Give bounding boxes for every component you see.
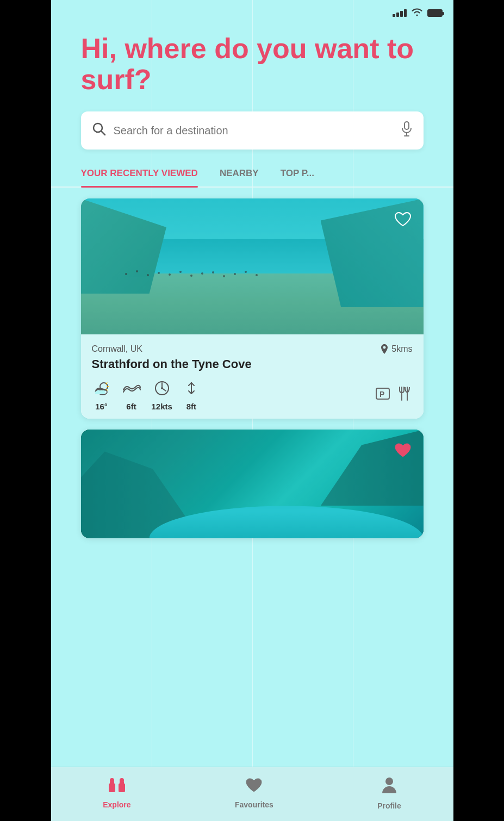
- card-location-1: Cornwall, UK 5kms: [92, 344, 413, 354]
- svg-point-6: [136, 270, 138, 272]
- svg-point-37: [385, 778, 393, 785]
- swell-icon: [183, 380, 200, 400]
- svg-line-1: [101, 132, 105, 135]
- svg-point-36: [120, 778, 124, 782]
- wave-icon: [122, 380, 141, 400]
- tab-top-picks[interactable]: TOP P...: [281, 160, 314, 186]
- stat-wave-height: 6ft: [122, 380, 141, 411]
- profile-label: Profile: [377, 801, 401, 810]
- svg-point-33: [110, 778, 114, 782]
- svg-point-10: [179, 271, 182, 273]
- search-input[interactable]: [114, 125, 393, 137]
- svg-point-8: [158, 272, 160, 274]
- mic-icon[interactable]: [401, 121, 413, 140]
- svg-rect-2: [405, 122, 409, 129]
- svg-point-12: [201, 272, 203, 275]
- svg-point-0: [94, 123, 102, 132]
- card-image-2: [81, 430, 424, 538]
- amenities: P: [375, 385, 413, 406]
- temp-value: 16°: [95, 402, 108, 411]
- favourites-label: Favourites: [235, 800, 273, 809]
- svg-point-7: [147, 274, 149, 276]
- wave-height-value: 6ft: [126, 402, 136, 411]
- nav-item-explore[interactable]: Explore: [103, 777, 130, 809]
- tab-recently-viewed[interactable]: YOUR RECENTLY VIEWED: [81, 160, 198, 186]
- favourites-icon: [245, 777, 263, 797]
- search-icon: [92, 122, 106, 139]
- card-image-1: [81, 198, 424, 334]
- card-info-1: Cornwall, UK 5kms Strathford on the Tyne…: [81, 334, 424, 419]
- svg-point-5: [125, 273, 127, 275]
- header-section: Hi, where do you want to surf?: [51, 22, 453, 106]
- search-bar[interactable]: [81, 111, 424, 150]
- favourite-button-2[interactable]: [391, 438, 415, 462]
- battery-icon: [427, 9, 443, 17]
- stat-temperature: 16°: [92, 380, 111, 411]
- swell-value: 8ft: [186, 402, 196, 411]
- svg-point-16: [245, 271, 247, 273]
- svg-text:P: P: [379, 390, 384, 399]
- svg-point-15: [234, 273, 236, 275]
- wind-speed-value: 12kts: [152, 402, 172, 411]
- card-distance-1: 5kms: [381, 344, 412, 354]
- nav-item-profile[interactable]: Profile: [377, 776, 401, 810]
- page-title: Hi, where do you want to surf?: [81, 33, 424, 95]
- svg-point-9: [169, 273, 171, 276]
- svg-rect-34: [119, 783, 125, 792]
- svg-point-14: [223, 275, 225, 277]
- svg-rect-31: [109, 783, 115, 792]
- card-region-1: Cornwall, UK: [92, 344, 142, 354]
- svg-point-13: [212, 271, 214, 273]
- weather-icon: [92, 380, 111, 400]
- explore-label: Explore: [103, 800, 130, 809]
- tab-nearby[interactable]: NEARBY: [220, 160, 259, 186]
- destination-card-2[interactable]: [81, 430, 424, 538]
- svg-point-24: [161, 387, 163, 389]
- svg-point-17: [256, 274, 258, 276]
- svg-rect-21: [95, 390, 105, 394]
- stat-wind-speed: 12kts: [152, 380, 172, 411]
- card-name-1: Strathford on the Tyne Cove: [92, 357, 413, 371]
- destination-card-1[interactable]: Cornwall, UK 5kms Strathford on the Tyne…: [81, 198, 424, 419]
- card-stats-1: 16° 6ft: [92, 380, 413, 411]
- signal-icon: [393, 9, 407, 17]
- wind-icon: [153, 380, 171, 400]
- restaurant-icon: [396, 385, 413, 406]
- explore-icon: [108, 777, 126, 797]
- status-bar: [51, 0, 453, 22]
- parking-icon: P: [375, 385, 391, 406]
- favourite-button-1[interactable]: [391, 207, 415, 231]
- svg-point-11: [190, 275, 192, 277]
- tabs-container: YOUR RECENTLY VIEWED NEARBY TOP P...: [51, 160, 453, 188]
- nav-item-favourites[interactable]: Favourites: [235, 777, 273, 809]
- stat-swell: 8ft: [183, 380, 200, 411]
- wifi-icon: [411, 7, 423, 19]
- bottom-navigation: Explore Favourites Profile: [51, 767, 453, 821]
- profile-icon: [382, 776, 397, 798]
- cards-container: Cornwall, UK 5kms Strathford on the Tyne…: [51, 188, 453, 549]
